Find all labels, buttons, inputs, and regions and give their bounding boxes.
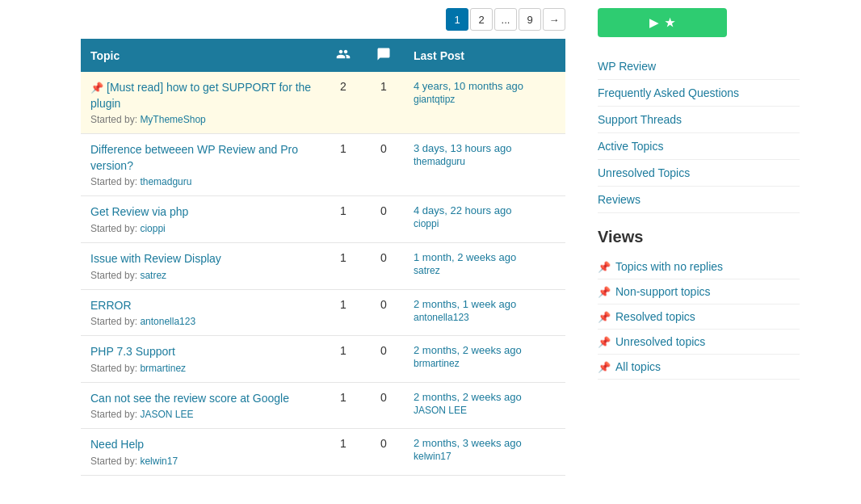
lastpost-time-2: 4 days, 22 hours ago: [414, 204, 556, 216]
topic-started-5: Started by: brmartinez: [90, 363, 313, 374]
author-link-3[interactable]: satrez: [140, 270, 166, 281]
table-row: Can not see the review score at GoogleSt…: [81, 382, 565, 429]
topic-started-1: Started by: themadguru: [90, 176, 313, 187]
sidebar-link-reviews[interactable]: Reviews: [598, 187, 800, 213]
replies-count-3: 0: [363, 242, 404, 289]
green-action-button[interactable]: ▶ ★: [598, 8, 727, 37]
users-count-5: 1: [323, 336, 363, 383]
author-link-4[interactable]: antonella123: [140, 316, 195, 327]
views-link-all[interactable]: 📌 All topics: [598, 355, 800, 380]
lastpost-cell-4: 2 months, 1 week agoantonella123: [404, 289, 565, 336]
lastpost-time-6: 2 months, 2 weeks ago: [414, 391, 556, 403]
lastpost-time-5: 2 months, 2 weeks ago: [414, 344, 556, 356]
table-row: 📌 [Must read] how to get SUPPORT for the…: [81, 72, 565, 134]
replies-icon: [376, 51, 391, 64]
sidebar: ▶ ★ WP Review Frequently Asked Questions…: [582, 0, 816, 504]
lastpost-author-4[interactable]: antonella123: [414, 312, 556, 323]
author-link-7[interactable]: kelwin17: [140, 456, 178, 467]
replies-count-2: 0: [363, 196, 404, 243]
topic-cell-3: Issue with Review DisplayStarted by: sat…: [81, 242, 323, 289]
button-icon: ▶: [649, 16, 658, 29]
replies-count-1: 0: [363, 134, 404, 196]
lastpost-cell-5: 2 months, 2 weeks agobrmartinez: [404, 336, 565, 383]
author-link-1[interactable]: themadguru: [140, 176, 191, 187]
lastpost-author-7[interactable]: kelwin17: [414, 451, 556, 462]
topics-table: Topic: [81, 39, 565, 476]
author-link-0[interactable]: MyThemeShop: [140, 114, 205, 125]
lastpost-cell-7: 2 months, 3 weeks agokelwin17: [404, 429, 565, 476]
pin-icon-5: 📌: [598, 361, 611, 373]
lastpost-cell-3: 1 month, 2 weeks agosatrez: [404, 242, 565, 289]
views-section: 📌 Topics with no replies 📌 Non-support t…: [598, 254, 800, 380]
pin-icon-1: 📌: [598, 261, 611, 273]
lastpost-time-0: 4 years, 10 months ago: [414, 80, 556, 92]
page-9[interactable]: 9: [519, 8, 541, 31]
lastpost-author-1[interactable]: themadguru: [414, 156, 556, 167]
topic-started-6: Started by: JASON LEE: [90, 409, 313, 420]
views-link-non-support[interactable]: 📌 Non-support topics: [598, 279, 800, 304]
users-count-1: 1: [323, 134, 363, 196]
lastpost-time-1: 3 days, 13 hours ago: [414, 142, 556, 154]
sidebar-link-wp-review[interactable]: WP Review: [598, 53, 800, 80]
sidebar-link-faq[interactable]: Frequently Asked Questions: [598, 80, 800, 107]
topic-cell-0: 📌 [Must read] how to get SUPPORT for the…: [81, 72, 323, 134]
sidebar-link-unresolved-topics[interactable]: Unresolved Topics: [598, 160, 800, 187]
views-link-resolved[interactable]: 📌 Resolved topics: [598, 304, 800, 330]
lastpost-author-6[interactable]: JASON LEE: [414, 405, 556, 416]
col-header-lastpost: Last Post: [404, 39, 565, 72]
table-row: Difference betweeen WP Review and Pro ve…: [81, 134, 565, 196]
lastpost-cell-1: 3 days, 13 hours agothemadguru: [404, 134, 565, 196]
author-link-2[interactable]: cioppi: [140, 223, 165, 234]
users-count-6: 1: [323, 382, 363, 429]
replies-count-7: 0: [363, 429, 404, 476]
page-2[interactable]: 2: [470, 8, 493, 31]
table-row: Issue with Review DisplayStarted by: sat…: [81, 242, 565, 289]
topic-started-4: Started by: antonella123: [90, 316, 313, 327]
author-link-5[interactable]: brmartinez: [140, 363, 186, 374]
topic-title-7[interactable]: Need Help: [90, 438, 144, 451]
topic-cell-7: Need HelpStarted by: kelwin17: [81, 429, 323, 476]
views-link-unresolved[interactable]: 📌 Unresolved topics: [598, 330, 800, 355]
replies-count-0: 1: [363, 72, 404, 134]
page-next[interactable]: →: [543, 8, 565, 31]
topic-started-7: Started by: kelwin17: [90, 456, 313, 467]
lastpost-cell-6: 2 months, 2 weeks agoJASON LEE: [404, 382, 565, 429]
users-icon: [336, 47, 351, 61]
topic-title-3[interactable]: Issue with Review Display: [90, 252, 221, 265]
topic-title-5[interactable]: PHP 7.3 Support: [90, 345, 175, 358]
topic-cell-6: Can not see the review score at GoogleSt…: [81, 382, 323, 429]
button-star: ★: [665, 16, 675, 29]
table-row: ERRORStarted by: antonella123102 months,…: [81, 289, 565, 336]
topic-started-3: Started by: satrez: [90, 270, 313, 281]
lastpost-author-0[interactable]: giantqtipz: [414, 94, 556, 105]
topic-cell-4: ERRORStarted by: antonella123: [81, 289, 323, 336]
topic-cell-1: Difference betweeen WP Review and Pro ve…: [81, 134, 323, 196]
author-link-6[interactable]: JASON LEE: [140, 409, 193, 420]
topic-title-1[interactable]: Difference betweeen WP Review and Pro ve…: [90, 143, 298, 172]
topic-started-0: Started by: MyThemeShop: [90, 114, 313, 125]
pin-icon-4: 📌: [598, 336, 611, 348]
topic-title-2[interactable]: Get Review via php: [90, 205, 188, 218]
sidebar-link-support-threads[interactable]: Support Threads: [598, 107, 800, 133]
lastpost-author-2[interactable]: cioppi: [414, 218, 556, 229]
table-row: PHP 7.3 SupportStarted by: brmartinez102…: [81, 336, 565, 383]
topic-title-6[interactable]: Can not see the review score at Google: [90, 392, 289, 405]
users-count-3: 1: [323, 242, 363, 289]
lastpost-time-3: 1 month, 2 weeks ago: [414, 251, 556, 263]
replies-count-5: 0: [363, 336, 404, 383]
topic-title-4[interactable]: ERROR: [90, 299, 132, 312]
views-link-no-replies[interactable]: 📌 Topics with no replies: [598, 254, 800, 279]
col-header-replies: [363, 39, 404, 72]
sidebar-link-active-topics[interactable]: Active Topics: [598, 133, 800, 160]
topic-title-0[interactable]: 📌 [Must read] how to get SUPPORT for the…: [90, 81, 311, 110]
users-count-7: 1: [323, 429, 363, 476]
replies-count-6: 0: [363, 382, 404, 429]
lastpost-time-7: 2 months, 3 weeks ago: [414, 437, 556, 449]
lastpost-author-5[interactable]: brmartinez: [414, 358, 556, 369]
lastpost-author-3[interactable]: satrez: [414, 265, 556, 276]
pagination: 1 2 ... 9 →: [81, 8, 565, 31]
page-1[interactable]: 1: [446, 8, 468, 31]
users-count-4: 1: [323, 289, 363, 336]
pin-icon-3: 📌: [598, 311, 611, 323]
topic-cell-2: Get Review via phpStarted by: cioppi: [81, 196, 323, 243]
